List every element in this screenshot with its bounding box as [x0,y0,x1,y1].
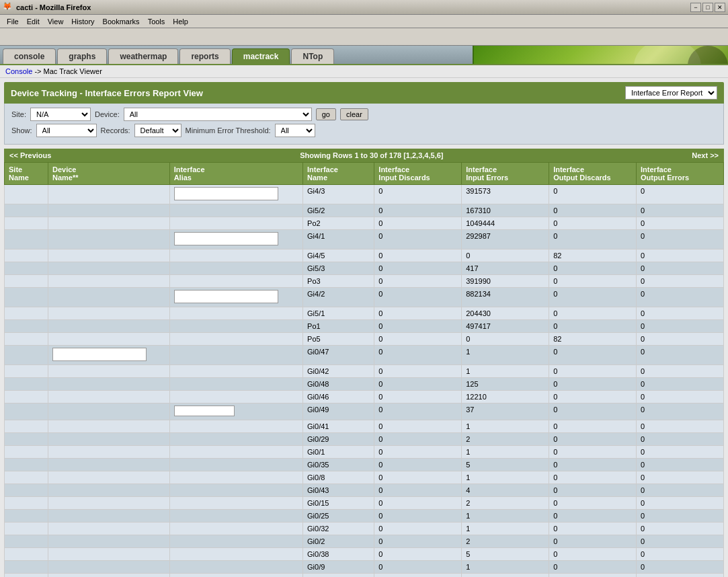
cell-out-discards: 0 [549,307,637,320]
menu-bar: File Edit View History Bookmarks Tools H… [0,15,728,28]
cell-in-discards: 0 [374,497,462,510]
cell-iface: Gi0/25 [303,510,374,523]
clear-button[interactable]: clear [340,108,368,120]
cell-out-discards: 0 [549,433,637,446]
cell-device [48,420,169,433]
breadcrumb: Console -> Mac Track Viewer [0,65,728,78]
cell-in-discards: 0 [374,365,462,378]
cell-alias [169,333,302,346]
table-row: Gi5/3041700 [5,262,724,275]
tab-ntop[interactable]: NTop [291,48,334,64]
show-select[interactable]: All [36,124,97,137]
cell-out-errors: 0 [637,420,724,433]
cell-iface: Gi4/2 [303,288,374,307]
menu-file[interactable]: File [3,16,23,27]
cell-alias [169,420,302,433]
cell-in-errors: 167310 [462,204,549,217]
tab-graphs[interactable]: graphs [57,48,107,64]
cell-in-discards: 0 [374,548,462,561]
cell-in-discards: 0 [374,574,462,578]
nav-row-top: << Previous Showing Rows 1 to 30 of 178 … [4,149,724,162]
cell-out-errors: 0 [637,391,724,403]
minimize-button[interactable]: − [690,3,701,12]
cell-device [48,320,169,333]
menu-bookmarks[interactable]: Bookmarks [99,16,144,27]
alias-input[interactable] [174,187,278,200]
cell-site [5,333,48,346]
tab-mactrack[interactable]: mactrack [232,48,290,64]
device-select[interactable]: All [124,108,312,121]
table-row: Gi4/2088213400 [5,288,724,307]
cell-site [5,217,48,230]
device-input[interactable] [52,348,147,361]
table-row: Gi4/1029298700 [5,230,724,249]
cell-alias [169,185,302,204]
cell-in-errors: 497417 [462,320,549,333]
cell-site [5,391,48,403]
cell-iface: Gi5/2 [303,204,374,217]
cell-alias [169,346,302,365]
records-select[interactable]: Default [134,124,181,137]
window-controls[interactable]: − □ ✕ [690,3,725,12]
cell-in-discards: 0 [374,262,462,275]
col-device: DeviceName** [48,163,169,185]
cell-iface: Gi0/46 [303,391,374,403]
report-type-select[interactable]: Interface Error Report [625,86,717,100]
menu-view[interactable]: View [44,16,68,27]
alias-input-sm[interactable] [174,406,235,416]
cell-device [48,535,169,548]
cell-in-errors: 0 [462,333,549,346]
cell-site [5,446,48,459]
site-select[interactable]: N/A [30,108,91,121]
cell-alias [169,574,302,578]
showing-text-top: Showing Rows 1 to 30 of 178 [1,2,3,4,5,6… [300,151,443,159]
cell-in-errors: 204430 [462,307,549,320]
cell-iface: Gi0/41 [303,420,374,433]
breadcrumb-console-link[interactable]: Console [5,67,32,75]
cell-alias [169,391,302,403]
tab-weathermap[interactable]: weathermap [108,48,178,64]
menu-history[interactable]: History [67,16,98,27]
banner-decoration [473,46,728,64]
threshold-select[interactable]: All [275,124,315,137]
prev-link-top[interactable]: << Previous [9,151,51,159]
filter-row-1: Site: N/A Device: All go clear [11,108,717,121]
cell-out-discards: 0 [549,262,637,275]
go-button[interactable]: go [316,108,336,120]
cell-in-errors: 391990 [462,275,549,288]
cell-out-discards: 0 [549,288,637,307]
cell-out-discards: 0 [549,391,637,403]
cell-out-discards: 0 [549,378,637,391]
tab-reports[interactable]: reports [179,48,230,64]
cell-in-errors: 292987 [462,230,549,249]
table-row: Gi0/450400 [5,574,724,578]
cell-in-discards: 0 [374,535,462,548]
menu-tools[interactable]: Tools [144,16,169,27]
cell-out-discards: 0 [549,561,637,574]
cell-out-discards: 82 [549,249,637,262]
alias-input[interactable] [174,232,278,245]
cell-iface: Gi0/42 [303,365,374,378]
cell-in-discards: 0 [374,433,462,446]
cell-out-errors: 0 [637,446,724,459]
next-link-top[interactable]: Next >> [692,151,719,159]
cell-in-errors: 1 [462,446,549,459]
cell-device [48,510,169,523]
cell-alias [169,484,302,497]
maximize-button[interactable]: □ [702,3,713,12]
cell-in-errors: 1 [462,561,549,574]
cell-device [48,574,169,578]
cell-alias [169,275,302,288]
breadcrumb-separator: -> [34,67,43,75]
alias-input[interactable] [174,290,278,303]
cell-device [48,249,169,262]
cell-device [48,378,169,391]
cell-device [48,185,169,204]
tab-console[interactable]: console [3,48,56,64]
menu-edit[interactable]: Edit [23,16,44,27]
cell-out-errors: 0 [637,535,724,548]
menu-help[interactable]: Help [169,16,192,27]
cell-alias [169,535,302,548]
close-button[interactable]: ✕ [715,3,725,12]
breadcrumb-current: Mac Track Viewer [44,67,102,75]
